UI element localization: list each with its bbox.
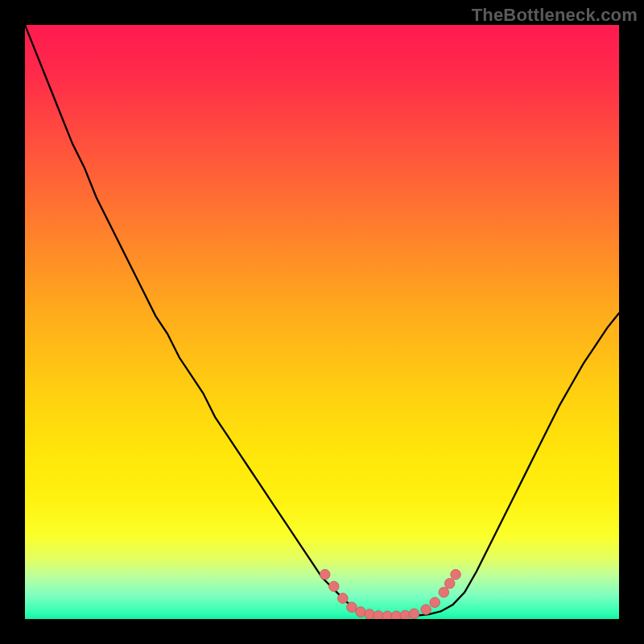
curve-marker [382,611,393,619]
curve-marker [328,581,339,592]
watermark-text: TheBottleneck.com [472,5,638,26]
curve-marker [338,593,349,604]
curve-marker [430,597,440,608]
chart-frame: TheBottleneck.com [0,0,644,644]
curve-marker [374,611,384,619]
curve-marker [347,602,357,613]
curve-svg [25,25,619,619]
curve-marker [439,587,449,597]
curve-marker [400,610,411,619]
curve-marker [421,605,431,615]
curve-marker [451,569,461,580]
curve-marker [444,578,455,588]
curve-marker [320,569,330,580]
curve-marker [356,607,366,617]
plot-area [25,25,619,619]
bottleneck-curve [25,25,619,616]
curve-marker [409,609,419,619]
curve-marker [365,609,375,619]
